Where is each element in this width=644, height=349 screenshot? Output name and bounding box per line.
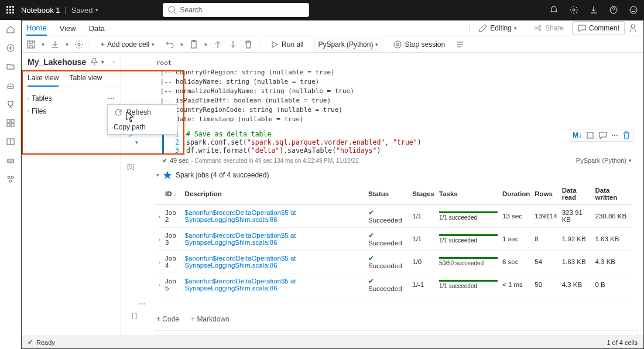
share-icon [533,23,543,33]
cursor-icon [126,111,135,123]
outline-icon[interactable] [455,40,465,49]
chevron-down-icon[interactable]: ▾ [95,7,98,13]
svg-rect-17 [7,119,10,122]
chevron-down-icon: ▾ [375,42,378,47]
download-icon[interactable] [589,5,598,15]
trash-icon[interactable] [244,40,253,49]
folder-icon[interactable] [6,62,15,71]
chevron-down-icon: ▾ [514,25,517,31]
gear-icon[interactable] [569,5,578,15]
notebook-title[interactable]: Notebook 1 [21,6,60,15]
svg-point-26 [631,25,635,28]
svg-point-25 [9,180,12,182]
tab-view[interactable]: View [60,22,76,35]
chevron-down-icon[interactable]: ▾ [135,139,138,145]
save-icon[interactable] [26,40,36,49]
play-icon [270,40,279,49]
svg-rect-7 [9,12,11,13]
convert-icon[interactable] [585,131,595,140]
tree-files[interactable]: › Files [28,105,115,118]
stop-icon [393,40,402,49]
home-icon[interactable] [6,25,15,34]
tab-data[interactable]: Data [89,22,105,35]
tree-tables[interactable]: › Tables ⋯ [28,92,115,105]
feedback-icon[interactable] [629,5,638,15]
comment-icon [577,23,587,33]
add-icon[interactable] [6,43,15,53]
search-box[interactable]: Search [163,3,309,17]
svg-rect-3 [6,9,8,11]
table-row[interactable]: ›Job 5$anonfun$recordDeltaOperation$5 at… [156,273,632,296]
in-label: [ ] [132,312,137,319]
pencil-icon [478,23,488,33]
chevron-down-icon[interactable]: ▾ [180,42,183,47]
chevron-right-icon: › [28,95,29,101]
panel-icon[interactable] [6,137,15,146]
comment-button[interactable]: Comment [572,21,625,35]
tab-lake-view[interactable]: Lake view [28,74,59,87]
gear-icon[interactable] [74,40,84,49]
person-icon[interactable] [628,23,638,33]
chevron-down-icon[interactable]: ▾ [42,42,44,47]
save-status[interactable]: Saved [71,6,93,15]
run-all-button[interactable]: Run all [265,38,308,51]
chevron-down-icon: ▾ [156,172,159,178]
trash-icon[interactable] [622,131,631,140]
more-icon[interactable]: ⋯ [108,94,115,102]
svg-rect-19 [7,124,10,126]
add-code-cell[interactable]: + Add code cell ▾ [96,39,159,50]
table-row[interactable]: ›Job 4$anonfun$recordDeltaOperation$5 at… [156,250,632,273]
help-icon[interactable] [609,5,618,15]
pin-icon[interactable] [90,57,99,67]
download-icon[interactable] [50,40,60,49]
svg-point-13 [630,6,637,13]
svg-rect-2 [12,6,14,8]
table-row[interactable]: ›Job 2$anonfun$recordDeltaOperation$5 at… [156,204,632,227]
ctx-copy-path[interactable]: Copy path [108,120,177,134]
waffle-icon[interactable] [6,5,15,15]
trophy-icon[interactable] [6,100,15,109]
arrow-up-icon[interactable] [213,40,222,49]
svg-rect-0 [6,6,8,8]
share-button[interactable]: Share [529,22,568,35]
lakehouse-icon[interactable] [6,156,15,165]
search-placeholder: Search [180,6,203,14]
collapse-icon[interactable]: ‹ [113,59,115,65]
tab-table-view[interactable]: Table view [69,74,102,87]
lakehouse-name[interactable]: My_Lakehouse [28,57,86,67]
chevron-down-icon[interactable]: ▾ [66,42,68,47]
add-code[interactable]: + Code [156,315,179,323]
code-editor[interactable]: 1# Save as delta table2spark.conf.set("s… [162,130,638,155]
chevron-down-icon[interactable]: ▾ [204,42,207,47]
add-markdown[interactable]: + Markdown [191,315,229,323]
clipboard-icon[interactable] [189,40,198,49]
exec-time: 49 sec [170,157,189,164]
app-icon[interactable] [6,118,15,128]
comment-icon[interactable] [598,131,608,140]
chevron-down-icon: ▾ [152,42,155,47]
svg-rect-6 [6,12,8,13]
bell-icon[interactable] [549,5,559,15]
tab-home[interactable]: Home [26,21,47,36]
arrow-down-icon[interactable] [228,40,238,49]
divider: | [468,24,470,32]
more-icon[interactable]: ⋯ [611,131,618,139]
undo-icon[interactable] [165,40,174,49]
markdown-toggle[interactable]: M↓ [573,131,582,139]
kernel-selector[interactable]: PySpark (Python) ▾ [314,39,382,50]
chevron-down-icon[interactable]: ▾ [101,59,104,65]
svg-rect-29 [191,41,196,48]
table-row[interactable]: ›Job 3$anonfun$recordDeltaOperation$5 at… [156,227,632,250]
onelake-icon[interactable] [6,81,15,90]
stop-session-button[interactable]: Stop session [388,38,450,51]
workspace-icon[interactable] [6,174,15,184]
svg-point-24 [11,176,13,179]
svg-point-11 [573,9,575,11]
more-icon[interactable]: ⋯ [139,300,638,308]
spark-jobs-toggle[interactable]: ▾ Spark jobs (4 of 4 succeeded) [156,167,638,183]
ctx-refresh[interactable]: Refresh [108,105,177,120]
cell-language[interactable]: PySpark (Python) ▾ [576,157,632,164]
svg-point-14 [632,9,632,9]
editing-mode[interactable]: Editing ▾ [474,22,522,35]
svg-rect-1 [9,6,11,8]
